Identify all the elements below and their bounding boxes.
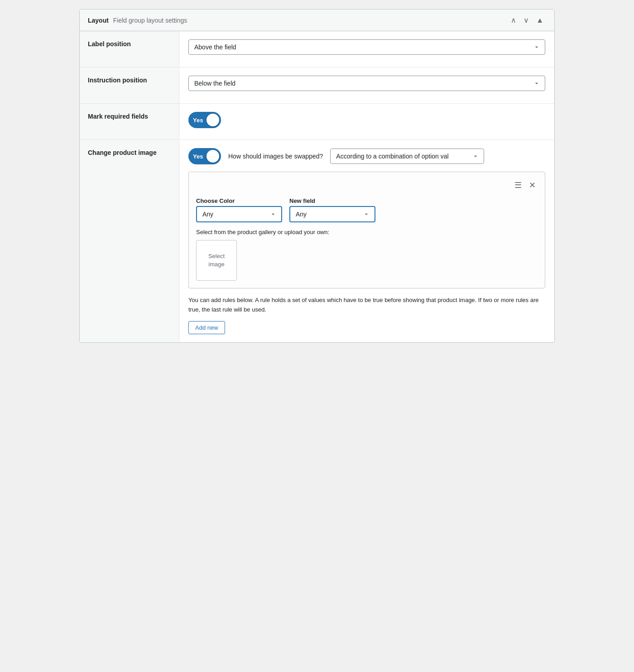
field1-group: Choose Color Any Red Blue Green (196, 197, 282, 222)
toggle-thumb (207, 114, 219, 126)
swap-select[interactable]: According to a combination of option val… (330, 149, 484, 164)
rule-reorder-button[interactable]: ☰ (513, 179, 524, 191)
swap-question-label: How should images be swapped? (228, 153, 323, 160)
change-image-toggle-yes: Yes (193, 153, 203, 160)
gallery-label: Select from the product gallery or uploa… (196, 229, 538, 235)
panel-title: Layout Field group layout settings (88, 17, 187, 24)
panel-header: Layout Field group layout settings ∧ ∨ ▲ (80, 10, 554, 31)
change-image-top: Yes How should images be swapped? Accord… (188, 148, 545, 164)
field2-label: New field (289, 197, 375, 204)
field1-label: Choose Color (196, 197, 282, 204)
change-product-image-row: Change product image Yes How should imag… (80, 140, 554, 342)
instruction-position-select[interactable]: Below the field Above the field Hidden (188, 76, 545, 91)
expand-button[interactable]: ▲ (533, 15, 546, 25)
mark-required-label: Mark required fields (80, 104, 179, 139)
add-new-button[interactable]: Add new (188, 321, 225, 334)
field2-group: New field Any Option 1 Option 2 (289, 197, 375, 222)
label-position-label: Label position (80, 31, 179, 67)
mark-required-content: Yes (179, 104, 554, 139)
collapse-up-button[interactable]: ∧ (508, 15, 519, 25)
mark-required-toggle[interactable]: Yes (188, 112, 221, 128)
select-image-button[interactable]: Select image (196, 240, 237, 281)
rule-card-header: ☰ ✕ (196, 179, 538, 191)
info-text: You can add rules below. A rule holds a … (188, 296, 545, 315)
toggle-yes-label: Yes (193, 117, 203, 124)
panel-title-bold: Layout (88, 17, 109, 24)
header-controls: ∧ ∨ ▲ (508, 15, 546, 25)
instruction-position-content: Below the field Above the field Hidden (179, 67, 554, 103)
rule-remove-button[interactable]: ✕ (527, 179, 538, 191)
change-image-toggle[interactable]: Yes (188, 148, 221, 164)
instruction-position-row: Instruction position Below the field Abo… (80, 67, 554, 104)
instruction-position-label: Instruction position (80, 67, 179, 103)
collapse-down-button[interactable]: ∨ (521, 15, 532, 25)
label-position-content: Above the field Left of the field Right … (179, 31, 554, 67)
change-product-image-content: Yes How should images be swapped? Accord… (179, 140, 554, 342)
toggle-track: Yes (188, 112, 221, 128)
rule-card: ☰ ✕ Choose Color Any Red Blue Green (188, 172, 545, 288)
field2-select[interactable]: Any Option 1 Option 2 (289, 206, 375, 222)
change-image-toggle-track: Yes (188, 148, 221, 164)
label-position-row: Label position Above the field Left of t… (80, 31, 554, 67)
rule-fields: Choose Color Any Red Blue Green New fiel… (196, 197, 538, 222)
panel-title-light: Field group layout settings (113, 17, 187, 24)
change-product-image-label: Change product image (80, 140, 179, 342)
mark-required-row: Mark required fields Yes (80, 104, 554, 140)
settings-panel: Layout Field group layout settings ∧ ∨ ▲… (79, 9, 555, 343)
change-image-toggle-thumb (207, 150, 219, 163)
field1-select[interactable]: Any Red Blue Green (196, 206, 282, 222)
label-position-select[interactable]: Above the field Left of the field Right … (188, 39, 545, 55)
